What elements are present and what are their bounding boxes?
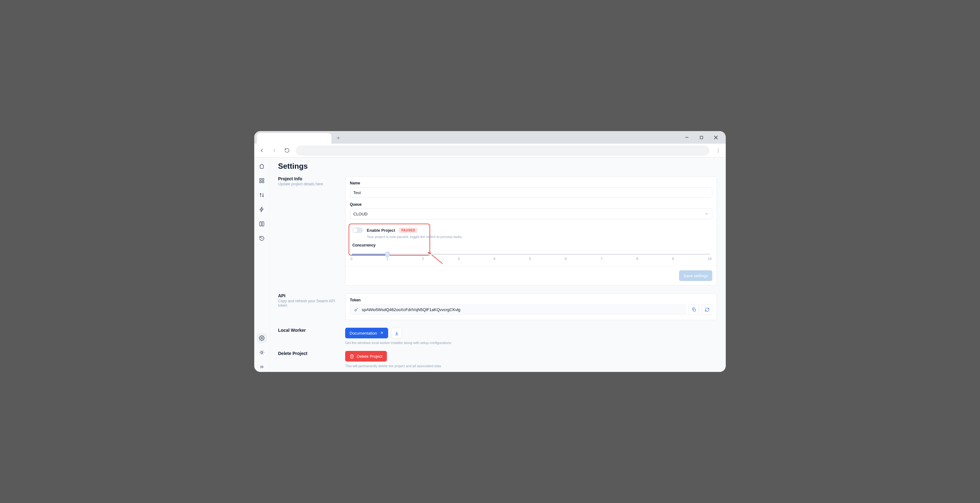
sidebar: [254, 158, 269, 372]
sidebar-apps[interactable]: [257, 176, 267, 186]
name-label: Name: [350, 181, 712, 185]
nav-back-button[interactable]: [257, 145, 267, 156]
sidebar-settings[interactable]: [257, 333, 267, 343]
refresh-icon: [705, 307, 710, 312]
paused-badge: PAUSED: [399, 228, 418, 233]
concurrency-ticks: 012345678910: [350, 257, 712, 261]
reload-button[interactable]: [282, 145, 292, 156]
refresh-token-button[interactable]: [702, 304, 712, 315]
section-title: Local Worker: [278, 328, 338, 333]
svg-line-22: [263, 354, 263, 354]
queue-label: Queue: [350, 202, 712, 207]
project-info-card: Name Test Queue CLOUD: [345, 176, 717, 286]
section-subtitle: Copy and refresh your Swarm API token: [278, 299, 338, 308]
download-worker-button[interactable]: [391, 328, 402, 338]
delete-project-button[interactable]: Delete Project: [345, 351, 387, 361]
svg-point-29: [355, 309, 356, 311]
section-delete-project: Delete Project Delete Project This will …: [278, 351, 717, 368]
svg-line-21: [260, 351, 260, 351]
sidebar-docs[interactable]: [257, 219, 267, 229]
sidebar-branches[interactable]: [257, 190, 267, 200]
svg-rect-30: [693, 309, 695, 311]
slider-tick: 0: [350, 257, 352, 261]
sidebar-collapse[interactable]: [257, 362, 267, 372]
delete-hint: This will permanently delete the project…: [345, 364, 717, 368]
history-icon: [259, 236, 265, 241]
annotation-highlight: Enable Project PAUSED Your project is no…: [348, 224, 430, 256]
section-api: API Copy and refresh your Swarm API toke…: [278, 293, 717, 320]
page-title: Settings: [278, 162, 717, 170]
api-card: Token spAWio5WsdQ462ooXcFdrIVqN5QlF1aKQv…: [345, 293, 717, 320]
minimize-button[interactable]: [682, 133, 691, 142]
queue-value: CLOUD: [353, 212, 368, 216]
copy-token-button[interactable]: [689, 304, 699, 315]
slider-tick: 2: [422, 257, 424, 261]
documentation-label: Documentation: [350, 331, 377, 336]
svg-rect-3: [700, 136, 703, 138]
section-local-worker: Local Worker Documentation: [278, 328, 717, 345]
queue-select[interactable]: CLOUD: [350, 209, 712, 219]
chevrons-right-icon: [259, 364, 265, 370]
external-link-icon: [379, 331, 384, 335]
sliders-icon: [259, 192, 265, 198]
concurrency-slider[interactable]: 012345678910: [350, 254, 712, 261]
settings-page: Settings Project Info Update project det…: [269, 158, 726, 372]
svg-line-26: [263, 351, 263, 351]
grid-icon: [259, 178, 265, 183]
svg-rect-10: [262, 178, 264, 180]
maximize-button[interactable]: [697, 133, 706, 142]
nav-forward-button[interactable]: [269, 145, 279, 156]
browser-window: Settings Project Info Update project det…: [254, 131, 726, 372]
sidebar-theme[interactable]: [257, 347, 267, 358]
section-project-info: Project Info Update project details here…: [278, 176, 717, 286]
svg-point-7: [718, 150, 719, 151]
concurrency-label: Concurrency: [352, 243, 426, 247]
section-subtitle: Update project details here: [278, 182, 338, 186]
section-title: Project Info: [278, 176, 338, 181]
enable-project-toggle[interactable]: [352, 228, 363, 233]
home-icon: [259, 163, 265, 169]
copy-icon: [692, 307, 696, 312]
enable-project-help: Your project is now paused, toggle the s…: [367, 235, 426, 239]
enable-project-label: Enable Project: [367, 228, 395, 233]
sun-icon: [259, 350, 265, 355]
name-value: Test: [353, 190, 361, 195]
svg-point-18: [261, 352, 263, 353]
svg-point-8: [718, 151, 719, 152]
svg-rect-9: [259, 178, 261, 180]
tab-strip: [254, 131, 726, 143]
slider-tick: 5: [529, 257, 531, 261]
name-input[interactable]: Test: [350, 187, 712, 198]
sidebar-activity[interactable]: [257, 204, 267, 215]
svg-point-6: [718, 149, 719, 149]
save-settings-button[interactable]: Save settings: [679, 270, 712, 281]
close-window-button[interactable]: [711, 133, 720, 142]
svg-line-25: [260, 354, 260, 354]
local-worker-hint: Get the windows local worker installer a…: [345, 341, 717, 345]
new-tab-button[interactable]: [334, 134, 343, 142]
slider-tick: 7: [601, 257, 603, 261]
slider-tick: 6: [565, 257, 567, 261]
browser-menu-button[interactable]: [713, 145, 723, 156]
token-label: Token: [350, 298, 712, 302]
book-icon: [259, 221, 265, 227]
browser-toolbar: [254, 143, 726, 158]
sidebar-home[interactable]: [257, 161, 267, 171]
documentation-button[interactable]: Documentation: [345, 328, 388, 338]
browser-tab[interactable]: [257, 133, 331, 143]
svg-point-17: [261, 337, 262, 339]
bolt-icon: [259, 207, 265, 212]
slider-tick: 9: [672, 257, 674, 261]
download-icon: [395, 331, 399, 336]
app-root: Settings Project Info Update project det…: [254, 158, 726, 372]
sidebar-history[interactable]: [257, 233, 267, 244]
slider-tick: 8: [636, 257, 638, 261]
address-bar[interactable]: [296, 145, 710, 156]
save-settings-label: Save settings: [683, 274, 708, 278]
slider-tick: 10: [708, 257, 712, 261]
trash-icon: [350, 354, 354, 359]
section-title: Delete Project: [278, 351, 338, 356]
gear-icon: [259, 335, 265, 341]
svg-point-14: [262, 196, 263, 197]
delete-project-label: Delete Project: [357, 354, 382, 359]
